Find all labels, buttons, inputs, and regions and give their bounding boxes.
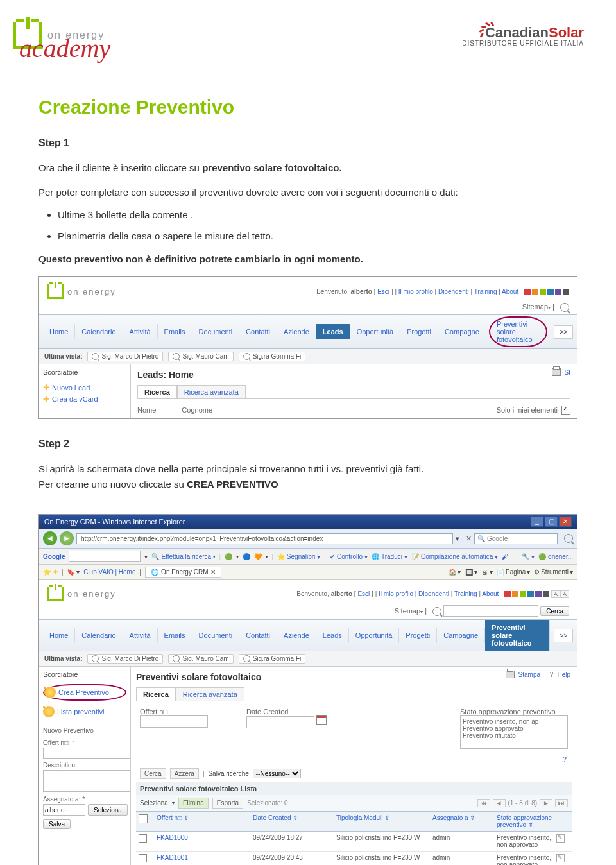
nav-documenti[interactable]: Documenti — [193, 324, 240, 339]
search-button[interactable]: Cerca — [540, 606, 569, 616]
filter-offert-input[interactable] — [140, 715, 208, 728]
search-icon[interactable] — [560, 303, 569, 312]
sitemap-link[interactable]: Sitemap▾ — [522, 303, 551, 311]
tab-ricerca-avanzata[interactable]: Ricerca avanzata — [176, 687, 244, 701]
nav-home[interactable]: Home — [43, 324, 75, 339]
search-box[interactable]: 🔍 Google — [474, 533, 558, 544]
recent-item[interactable]: Sig.ra Gomma Fi — [239, 352, 306, 361]
vcard-link[interactable]: ✚Crea da vCard — [43, 393, 126, 405]
last-page[interactable]: ⏭ — [555, 799, 568, 807]
nav-campagne[interactable]: Campagne — [438, 324, 486, 339]
spellcheck-button[interactable]: ✔ Controllo ▾ — [330, 553, 368, 560]
nav-documenti[interactable]: Documenti — [193, 628, 240, 643]
status-listbox[interactable]: Preventivo inserito, non ap Preventivo a… — [460, 715, 568, 749]
print-link[interactable]: Stampa — [518, 671, 540, 678]
maximize-button[interactable]: ▢ — [545, 517, 558, 527]
row-link[interactable]: FKAD1000 — [157, 834, 188, 841]
font-size-toggle[interactable]: A — [551, 590, 560, 598]
print-button[interactable]: 🖨 ▾ — [481, 569, 493, 576]
reset-action[interactable]: Azzera — [170, 768, 199, 779]
nav-aziende[interactable]: Aziende — [277, 628, 316, 643]
nav-preventivi[interactable]: Preventivi solare fotovoltaico — [489, 316, 547, 347]
nav-aziende[interactable]: Aziende — [277, 324, 316, 339]
google-user[interactable]: 🟢 onener... — [538, 553, 573, 560]
calendar-icon[interactable] — [316, 715, 327, 725]
employees-link[interactable]: Dipendenti — [438, 288, 469, 295]
nav-leads[interactable]: Leads — [316, 324, 350, 339]
recent-item[interactable]: Sig.ra Gomma Fi — [239, 654, 306, 664]
nav-progetti[interactable]: Progetti — [400, 324, 438, 339]
bookmarks-button[interactable]: ⭐ Segnalibri ▾ — [277, 553, 320, 560]
url-dropdown[interactable]: ▾ — [456, 535, 459, 543]
nav-contatti[interactable]: Contatti — [239, 628, 277, 643]
nav-attivita[interactable]: Attività — [123, 324, 158, 339]
sitemap-link[interactable]: Sitemap▾ — [395, 607, 423, 615]
global-search-input[interactable] — [443, 605, 538, 617]
nav-attivita[interactable]: Attività — [123, 628, 158, 643]
training-link[interactable]: Training — [474, 288, 497, 295]
select-all-checkbox[interactable] — [139, 814, 148, 823]
nav-calendario[interactable]: Calendario — [75, 324, 123, 339]
crea-preventivo-link[interactable]: Crea Preventivo — [43, 684, 126, 701]
tab-ricerca[interactable]: Ricerca — [136, 687, 176, 701]
google-search-input[interactable] — [69, 551, 141, 562]
profile-link[interactable]: Il mio profilo — [398, 288, 433, 295]
prev-page[interactable]: ◄ — [493, 799, 506, 807]
autofill-button[interactable]: 📝 Compilazione automatica ▾ — [411, 553, 498, 560]
search-icon[interactable] — [564, 534, 573, 543]
export-button[interactable]: Esporta — [212, 798, 243, 809]
nav-emails[interactable]: Emails — [158, 324, 193, 339]
nav-contatti[interactable]: Contatti — [239, 324, 277, 339]
help-toggle[interactable]: ? — [563, 755, 567, 763]
logout-link[interactable]: Esci — [357, 590, 370, 597]
theme-swatches[interactable] — [504, 591, 549, 597]
print-icon[interactable] — [552, 368, 561, 376]
next-page[interactable]: ► — [540, 799, 552, 807]
delete-button[interactable]: Elimina — [178, 798, 209, 809]
help-link[interactable]: Help — [557, 671, 570, 678]
row-link[interactable]: FKAD1001 — [157, 854, 188, 861]
nav-leads[interactable]: Leads — [316, 628, 349, 643]
feeds-button[interactable]: 🔲 ▾ — [465, 569, 478, 576]
toolbar-settings[interactable]: 🔧 ▾ — [522, 553, 535, 560]
nav-more[interactable]: >> — [554, 629, 573, 642]
offert-input[interactable] — [43, 748, 130, 759]
url-field[interactable]: http://crm.onenergy.it/index.php?module=… — [76, 533, 453, 544]
forward-button[interactable]: ► — [60, 531, 74, 545]
browser-tab[interactable]: 🌐 On Energy CRM ✕ — [145, 567, 221, 578]
google-search-button[interactable]: 🔍 Effettua la ricerca • — [151, 553, 215, 560]
recent-item[interactable]: Sig. Mauro Cam — [168, 654, 233, 664]
nav-preventivi[interactable]: Preventivi solare fotovoltaico — [485, 620, 550, 651]
nav-home[interactable]: Home — [43, 628, 75, 643]
col-offert[interactable]: Offert n□ ⇕ — [157, 814, 253, 828]
col-date[interactable]: Date Created ⇕ — [253, 814, 336, 828]
favorites-button[interactable]: ⭐ ✚ — [43, 569, 58, 576]
nav-campagne[interactable]: Campagne — [437, 628, 485, 643]
first-page[interactable]: ⏮ — [477, 799, 490, 807]
edit-icon[interactable] — [556, 834, 565, 843]
nav-emails[interactable]: Emails — [158, 628, 193, 643]
nav-progetti[interactable]: Progetti — [399, 628, 437, 643]
back-button[interactable]: ◄ — [43, 531, 57, 545]
about-link[interactable]: About — [502, 288, 518, 295]
tools-menu[interactable]: ⚙ Strumenti ▾ — [534, 569, 573, 576]
col-moduli[interactable]: Tipologia Moduli ⇕ — [336, 814, 432, 828]
tab-ricerca[interactable]: Ricerca — [137, 385, 177, 398]
saved-search-select[interactable]: --Nessuno-- — [253, 769, 301, 778]
assigned-input[interactable] — [43, 804, 85, 816]
col-assigned[interactable]: Assegnato a ⇕ — [432, 814, 497, 828]
translate-button[interactable]: 🌐 Traduci ▾ — [372, 553, 407, 560]
logout-link[interactable]: Esci — [377, 288, 389, 295]
fav-link[interactable]: Club VAIO | Home — [83, 569, 135, 576]
theme-swatches[interactable] — [524, 289, 569, 295]
nav-opportunita[interactable]: Opportunità — [350, 324, 400, 339]
only-mine-checkbox[interactable] — [561, 406, 570, 415]
recent-item[interactable]: Sig. Marco Di Pietro — [87, 654, 163, 664]
row-checkbox[interactable] — [139, 834, 147, 843]
col-status[interactable]: Stato approvazione preventivo ⇕ — [497, 814, 556, 828]
nav-more[interactable]: >> — [554, 325, 573, 339]
nav-calendario[interactable]: Calendario — [75, 628, 123, 643]
tab-ricerca-avanzata[interactable]: Ricerca avanzata — [177, 385, 246, 398]
lista-preventivi-link[interactable]: Lista preventivi — [43, 705, 126, 719]
print-icon[interactable] — [506, 671, 515, 678]
